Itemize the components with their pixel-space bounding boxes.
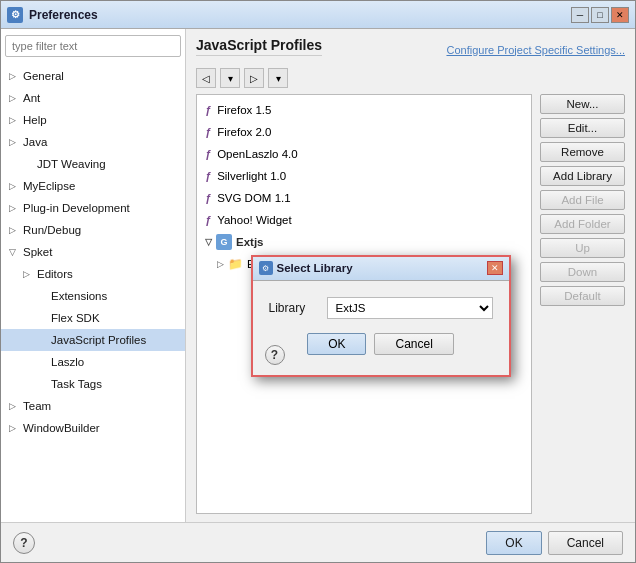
sidebar-item-label: Plug-in Development bbox=[23, 199, 130, 217]
chevron-right-icon: ▷ bbox=[9, 397, 21, 415]
chevron-right-icon: ▷ bbox=[9, 111, 21, 129]
main-panel: JavaScript Profiles Configure Project Sp… bbox=[186, 29, 635, 522]
content-area: ▷ General ▷ Ant ▷ Help ▷ Java bbox=[1, 29, 635, 522]
chevron-down-icon: ▽ bbox=[9, 243, 21, 261]
library-select[interactable]: ExtJS bbox=[327, 297, 493, 319]
library-label: Library bbox=[269, 301, 319, 315]
sidebar-item-java[interactable]: ▷ Java bbox=[1, 131, 185, 153]
sidebar-item-label: Editors bbox=[37, 265, 73, 283]
sidebar-item-label: Team bbox=[23, 397, 51, 415]
sidebar-item-team[interactable]: ▷ Team bbox=[1, 395, 185, 417]
sidebar-item-plugin-dev[interactable]: ▷ Plug-in Development bbox=[1, 197, 185, 219]
help-button[interactable]: ? bbox=[13, 532, 35, 554]
sidebar-item-label: Java bbox=[23, 133, 47, 151]
maximize-button[interactable]: □ bbox=[591, 7, 609, 23]
dialog-body: Library ExtJS OK Cancel bbox=[253, 281, 509, 375]
chevron-right-icon: ▷ bbox=[9, 67, 21, 85]
sidebar-item-label: Spket bbox=[23, 243, 52, 261]
dialog-overlay: ⚙ Select Library ✕ Library ExtJS OK Canc… bbox=[186, 29, 635, 522]
bottom-bar: ? OK Cancel bbox=[1, 522, 635, 562]
dialog-cancel-button[interactable]: Cancel bbox=[374, 333, 453, 355]
sidebar-item-label: General bbox=[23, 67, 64, 85]
sidebar-item-label: Laszlo bbox=[51, 353, 84, 371]
sidebar-item-label: Flex SDK bbox=[51, 309, 100, 327]
sidebar-item-label: WindowBuilder bbox=[23, 419, 100, 437]
sidebar-item-label: JDT Weaving bbox=[37, 155, 106, 173]
sidebar-item-task-tags[interactable]: Task Tags bbox=[1, 373, 185, 395]
titlebar-buttons: ─ □ ✕ bbox=[571, 7, 629, 23]
chevron-right-icon: ▷ bbox=[9, 221, 21, 239]
select-library-dialog: ⚙ Select Library ✕ Library ExtJS OK Canc… bbox=[251, 255, 511, 377]
chevron-right-icon: ▷ bbox=[9, 419, 21, 437]
sidebar-item-label: JavaScript Profiles bbox=[51, 331, 146, 349]
sidebar-item-label: Extensions bbox=[51, 287, 107, 305]
minimize-button[interactable]: ─ bbox=[571, 7, 589, 23]
ok-button[interactable]: OK bbox=[486, 531, 541, 555]
dialog-help-button[interactable]: ? bbox=[265, 345, 285, 365]
library-row: Library ExtJS bbox=[269, 297, 493, 319]
close-button[interactable]: ✕ bbox=[611, 7, 629, 23]
sidebar-item-editors[interactable]: ▷ Editors bbox=[1, 263, 185, 285]
sidebar-item-general[interactable]: ▷ General bbox=[1, 65, 185, 87]
sidebar-item-laszlo[interactable]: Laszlo bbox=[1, 351, 185, 373]
sidebar-item-jdt-weaving[interactable]: JDT Weaving bbox=[1, 153, 185, 175]
main-window: ⚙ Preferences ─ □ ✕ ▷ General ▷ Ant bbox=[0, 0, 636, 563]
sidebar-item-label: Help bbox=[23, 111, 47, 129]
window-title: Preferences bbox=[29, 8, 571, 22]
chevron-right-icon: ▷ bbox=[9, 199, 21, 217]
window-icon: ⚙ bbox=[7, 7, 23, 23]
sidebar-item-ant[interactable]: ▷ Ant bbox=[1, 87, 185, 109]
tree: ▷ General ▷ Ant ▷ Help ▷ Java bbox=[1, 63, 185, 522]
chevron-right-icon: ▷ bbox=[9, 177, 21, 195]
filter-input[interactable] bbox=[5, 35, 181, 57]
dialog-icon: ⚙ bbox=[259, 261, 273, 275]
sidebar-item-label: Ant bbox=[23, 89, 40, 107]
sidebar-item-flex-sdk[interactable]: Flex SDK bbox=[1, 307, 185, 329]
cancel-button[interactable]: Cancel bbox=[548, 531, 623, 555]
sidebar-item-extensions[interactable]: Extensions bbox=[1, 285, 185, 307]
chevron-right-icon: ▷ bbox=[23, 265, 35, 283]
chevron-right-icon: ▷ bbox=[9, 133, 21, 151]
sidebar-item-spket[interactable]: ▽ Spket bbox=[1, 241, 185, 263]
chevron-right-icon: ▷ bbox=[9, 89, 21, 107]
dialog-ok-button[interactable]: OK bbox=[307, 333, 366, 355]
dialog-buttons: OK Cancel bbox=[269, 333, 493, 365]
sidebar-item-help[interactable]: ▷ Help bbox=[1, 109, 185, 131]
sidebar-item-windowbuilder[interactable]: ▷ WindowBuilder bbox=[1, 417, 185, 439]
sidebar-item-label: Run/Debug bbox=[23, 221, 81, 239]
dialog-title: Select Library bbox=[277, 262, 487, 274]
sidebar-item-myeclipse[interactable]: ▷ MyEclipse bbox=[1, 175, 185, 197]
dialog-titlebar: ⚙ Select Library ✕ bbox=[253, 257, 509, 281]
dialog-close-button[interactable]: ✕ bbox=[487, 261, 503, 275]
sidebar-item-label: Task Tags bbox=[51, 375, 102, 393]
sidebar-item-js-profiles[interactable]: JavaScript Profiles bbox=[1, 329, 185, 351]
titlebar: ⚙ Preferences ─ □ ✕ bbox=[1, 1, 635, 29]
sidebar: ▷ General ▷ Ant ▷ Help ▷ Java bbox=[1, 29, 186, 522]
sidebar-item-label: MyEclipse bbox=[23, 177, 75, 195]
sidebar-item-run-debug[interactable]: ▷ Run/Debug bbox=[1, 219, 185, 241]
